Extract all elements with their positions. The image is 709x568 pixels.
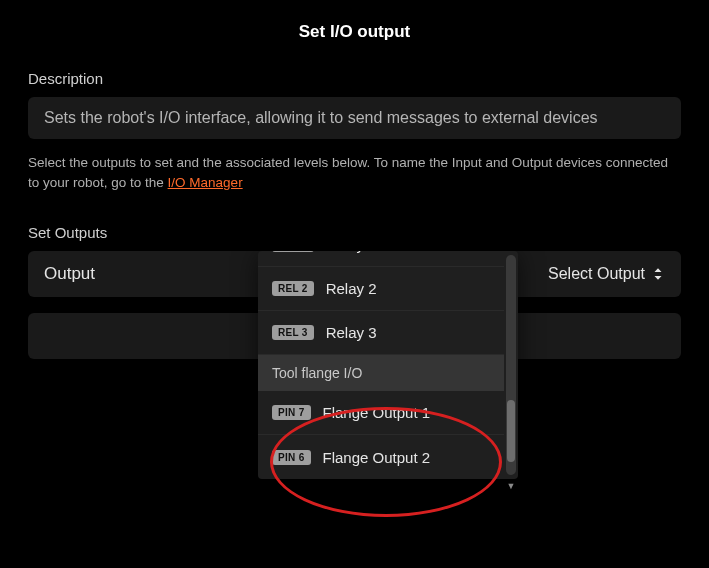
dropdown-item-relay-1[interactable]: REL 1 Relay 1 <box>258 251 504 267</box>
scrollbar-down-icon[interactable]: ▼ <box>506 481 516 491</box>
scrollbar-track[interactable] <box>506 255 516 475</box>
dropdown-group-header: Tool flange I/O <box>258 355 504 391</box>
dropdown-item-label: Flange Output 2 <box>323 449 431 466</box>
dropdown-item-label: Relay 3 <box>326 324 377 341</box>
pin-badge: REL 1 <box>272 251 314 252</box>
description-label: Description <box>28 70 681 87</box>
description-box: Sets the robot's I/O interface, allowing… <box>28 97 681 139</box>
pin-badge: PIN 6 <box>272 450 311 465</box>
instruction-prefix: Select the outputs to set and the associ… <box>28 155 668 190</box>
scrollbar-thumb[interactable] <box>507 400 515 462</box>
dropdown-item-label: Relay 2 <box>326 280 377 297</box>
dropdown-item-label: Relay 1 <box>326 251 377 253</box>
instruction-text: Select the outputs to set and the associ… <box>28 153 681 192</box>
pin-badge: PIN 7 <box>272 405 311 420</box>
select-output-button[interactable]: Select Output <box>548 265 665 283</box>
page-title: Set I/O output <box>28 22 681 42</box>
select-output-label: Select Output <box>548 265 645 283</box>
dropdown-item-label: Flange Output 1 <box>323 404 431 421</box>
dropdown-item-flange-1[interactable]: PIN 7 Flange Output 1 <box>258 391 504 435</box>
pin-badge: REL 3 <box>272 325 314 340</box>
dropdown-item-relay-3[interactable]: REL 3 Relay 3 <box>258 311 504 355</box>
output-field-label: Output <box>44 264 264 284</box>
dropdown-item-relay-2[interactable]: REL 2 Relay 2 <box>258 267 504 311</box>
pin-badge: REL 2 <box>272 281 314 296</box>
sort-icon <box>651 267 665 281</box>
io-manager-link[interactable]: I/O Manager <box>168 175 243 190</box>
set-outputs-label: Set Outputs <box>28 224 681 241</box>
dropdown-item-flange-2[interactable]: PIN 6 Flange Output 2 <box>258 435 504 479</box>
output-dropdown: REL 1 Relay 1 REL 2 Relay 2 REL 3 Relay … <box>258 251 518 479</box>
